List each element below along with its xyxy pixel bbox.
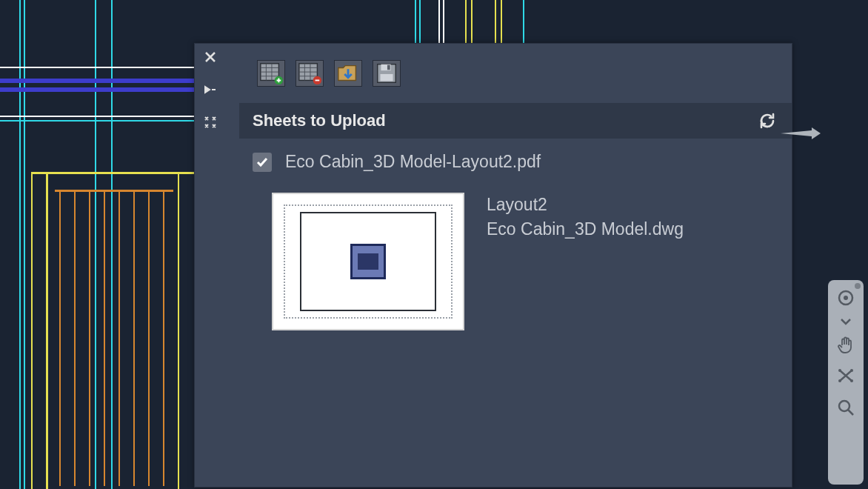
- svg-point-14: [839, 401, 849, 411]
- svg-point-9: [844, 296, 848, 300]
- layout-icon: [350, 244, 386, 279]
- import-button[interactable]: [334, 60, 362, 87]
- sheet-filename: Eco Cabin_3D Model-Layout2.pdf: [285, 152, 541, 172]
- panel-toolbar: [239, 44, 792, 103]
- sheet-checkbox[interactable]: [253, 153, 272, 172]
- add-sheet-button[interactable]: [257, 60, 285, 87]
- zoom-icon[interactable]: [834, 396, 858, 419]
- close-icon[interactable]: [201, 47, 220, 67]
- svg-point-12: [838, 379, 841, 382]
- chevron-down-icon[interactable]: [834, 317, 858, 326]
- svg-rect-7: [381, 74, 393, 81]
- cursor-arrow-icon: [779, 126, 822, 141]
- sheets-upload-panel: Sheets to Upload Eco Cabin_3D Model-Layo…: [194, 43, 792, 488]
- sheet-meta: Layout2 Eco Cabin_3D Model.dwg: [487, 193, 684, 242]
- pin-icon[interactable]: [201, 80, 220, 99]
- sheet-thumbnail[interactable]: [272, 193, 464, 330]
- pan-hand-icon[interactable]: [834, 333, 858, 357]
- svg-point-13: [850, 379, 853, 382]
- svg-point-10: [838, 369, 841, 372]
- remove-sheet-button[interactable]: [296, 60, 324, 87]
- svg-point-11: [850, 369, 853, 372]
- section-title: Sheets to Upload: [253, 111, 386, 130]
- source-file: Eco Cabin_3D Model.dwg: [487, 217, 684, 242]
- toolbar-close-icon[interactable]: [855, 283, 861, 289]
- sheet-item[interactable]: Eco Cabin_3D Model-Layout2.pdf: [253, 152, 778, 172]
- save-button[interactable]: [373, 60, 401, 87]
- sheet-detail: Layout2 Eco Cabin_3D Model.dwg: [272, 193, 778, 330]
- zoom-extents-icon[interactable]: [834, 286, 858, 310]
- refresh-button[interactable]: [756, 110, 778, 132]
- collapse-icon[interactable]: [201, 113, 220, 132]
- section-header: Sheets to Upload: [239, 103, 792, 139]
- layout-name: Layout2: [487, 193, 684, 217]
- svg-rect-6: [387, 65, 390, 70]
- orbit-icon[interactable]: [834, 365, 858, 388]
- sheet-list: Eco Cabin_3D Model-Layout2.pdf Layout2 E…: [239, 139, 792, 330]
- navigation-toolbar[interactable]: [828, 280, 864, 485]
